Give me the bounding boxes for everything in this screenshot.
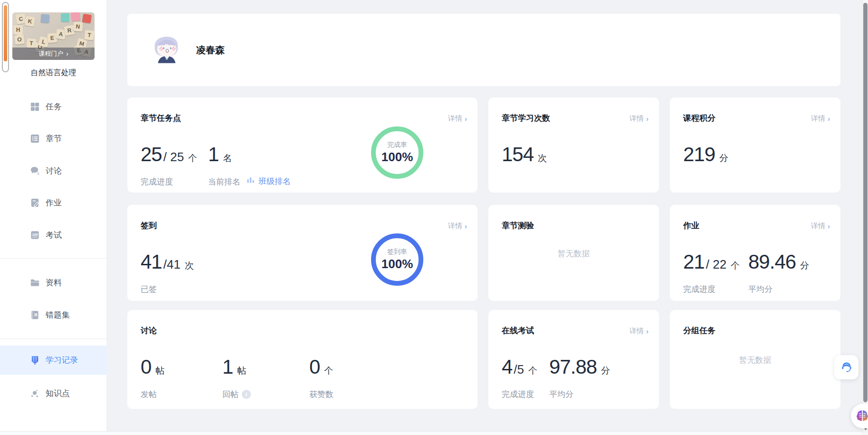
color-tile bbox=[71, 12, 80, 21]
chat-bubbles-icon bbox=[29, 165, 40, 176]
stat-sign-in: 41/41次 已签 bbox=[141, 251, 194, 295]
record-pen-icon bbox=[29, 355, 40, 366]
color-tile bbox=[61, 13, 69, 22]
card-sign-in: 签到 详情 › 41/41次 已签 签到率 100% bbox=[127, 205, 477, 301]
card-course-points: 课程积分 详情 › 219分 bbox=[670, 97, 840, 193]
sidebar-item-tasks[interactable]: 任务 bbox=[0, 95, 107, 118]
exam-score-icon: 100 bbox=[29, 230, 40, 241]
sidebar-item-exam[interactable]: 100 考试 bbox=[0, 223, 107, 246]
brain-icon bbox=[855, 409, 868, 423]
user-header-card: 凌春森 bbox=[127, 14, 840, 86]
stat-likes: 0个 获赞数 bbox=[309, 356, 334, 400]
sign-in-ring: 签到率 100% bbox=[371, 233, 423, 286]
card-title: 签到 bbox=[141, 220, 157, 231]
sidebar-item-chapters[interactable]: 章节 bbox=[0, 127, 107, 150]
sidebar-item-discussion[interactable]: 讨论 bbox=[0, 159, 107, 182]
empty-state: 暂无数据 bbox=[670, 355, 840, 366]
svg-text:100: 100 bbox=[32, 233, 38, 237]
chevron-right-icon: › bbox=[828, 115, 830, 123]
course-portal-banner[interactable]: CKHOTOLEARNMATE 课程门户 › bbox=[12, 12, 95, 60]
stat-homework-progress: 21/ 22个 完成进度 bbox=[683, 251, 740, 295]
sidebar-scrollbar-thumb[interactable] bbox=[4, 5, 7, 61]
card-title: 章节学习次数 bbox=[502, 113, 550, 124]
card-homework: 作业 详情 › 21/ 22个 完成进度 89.46分 平均分 bbox=[670, 205, 840, 301]
sidebar-item-materials[interactable]: 资料 bbox=[0, 271, 107, 294]
card-title: 章节测验 bbox=[502, 220, 534, 231]
chevron-right-icon: › bbox=[465, 115, 467, 123]
card-online-exam: 在线考试 详情 › 4/5个 完成进度 97.88分 平均分 bbox=[488, 310, 659, 409]
scrabble-tile: O bbox=[14, 34, 25, 45]
stat-course-points: 219分 bbox=[683, 143, 728, 166]
horizontal-scrollbar[interactable] bbox=[0, 431, 868, 435]
sidebar-divider bbox=[0, 258, 107, 259]
grid-icon bbox=[29, 101, 40, 112]
detail-link[interactable]: 详情 › bbox=[630, 114, 649, 123]
card-group-tasks: 分组任务 暂无数据 bbox=[670, 310, 840, 409]
ai-assistant-button[interactable] bbox=[851, 404, 868, 428]
chevron-right-icon: › bbox=[465, 222, 467, 230]
bar-chart-icon bbox=[246, 175, 255, 187]
card-chapter-quiz: 章节测验 暂无数据 bbox=[488, 205, 659, 301]
color-tile bbox=[40, 14, 50, 23]
class-rank-link[interactable]: 班级排名 bbox=[246, 175, 291, 187]
card-title: 讨论 bbox=[141, 325, 157, 336]
course-portal-label: 课程门户 bbox=[38, 49, 63, 58]
customer-service-button[interactable] bbox=[834, 355, 858, 379]
card-title: 作业 bbox=[683, 220, 699, 231]
card-title: 课程积分 bbox=[683, 113, 715, 124]
homework-pencil-icon bbox=[29, 197, 40, 208]
chevron-right-icon: › bbox=[828, 222, 830, 230]
sidebar: CKHOTOLEARNMATE 课程门户 › 自然语言处理 任务 章节 讨论 作… bbox=[0, 0, 107, 435]
card-title: 在线考试 bbox=[502, 325, 534, 336]
sidebar-item-knowledge-points[interactable]: 知识点 bbox=[0, 382, 107, 405]
stat-rank: 1名 当前排名 bbox=[208, 143, 240, 187]
scrabble-tile: N bbox=[73, 21, 83, 32]
sidebar-item-learning-record[interactable]: 学习记录 bbox=[0, 346, 107, 375]
info-icon[interactable]: i bbox=[242, 390, 251, 399]
sidebar-item-wrong-questions[interactable]: 错题集 bbox=[0, 303, 107, 326]
sidebar-scrollbar[interactable] bbox=[2, 2, 9, 72]
stat-study-count: 154次 bbox=[502, 143, 547, 166]
chevron-right-icon: › bbox=[66, 50, 68, 58]
detail-link[interactable]: 详情 › bbox=[811, 114, 830, 123]
stat-homework-average: 89.46分 平均分 bbox=[748, 251, 809, 295]
scrollbar-thumb[interactable] bbox=[863, 3, 868, 402]
course-portal-link[interactable]: 课程门户 › bbox=[12, 48, 95, 60]
card-study-count: 章节学习次数 详情 › 154次 bbox=[488, 97, 659, 193]
wrongbook-x-icon bbox=[29, 309, 40, 320]
headset-person-icon bbox=[839, 360, 854, 375]
sidebar-divider bbox=[0, 338, 107, 339]
stat-posts: 0帖 发帖 bbox=[141, 356, 164, 400]
scrabble-tile: T bbox=[84, 30, 95, 40]
empty-state: 暂无数据 bbox=[488, 248, 659, 259]
scrabble-tile: H bbox=[13, 25, 23, 35]
sidebar-item-homework[interactable]: 作业 bbox=[0, 191, 107, 214]
user-name: 凌春森 bbox=[196, 44, 225, 57]
stat-replies: 1帖 回帖 i bbox=[222, 356, 251, 400]
knowledge-nodes-icon bbox=[29, 388, 40, 399]
card-chapter-tasks: 章节任务点 详情 › 25/ 25个 完成进度 1名 当前排名 班级排名 完成率… bbox=[127, 97, 477, 193]
card-title: 分组任务 bbox=[683, 325, 715, 336]
card-discussion: 讨论 0帖 发帖 1帖 回帖 i 0个 获赞数 bbox=[127, 310, 477, 409]
detail-link[interactable]: 详情 › bbox=[448, 114, 467, 123]
detail-link[interactable]: 详情 › bbox=[630, 327, 649, 336]
scrabble-tile: K bbox=[25, 16, 36, 27]
folder-icon bbox=[29, 277, 40, 288]
chevron-right-icon: › bbox=[646, 115, 649, 123]
completion-ring: 完成率 100% bbox=[371, 126, 423, 179]
color-tile bbox=[82, 14, 92, 23]
stat-exam-progress: 4/5个 完成进度 bbox=[502, 356, 537, 400]
detail-link[interactable]: 详情 › bbox=[448, 222, 467, 231]
vertical-scrollbar[interactable] bbox=[862, 0, 868, 435]
stat-exam-average: 97.88分 平均分 bbox=[549, 356, 610, 400]
stat-progress: 25/ 25个 完成进度 bbox=[141, 143, 197, 187]
course-title: 自然语言处理 bbox=[0, 68, 107, 78]
detail-link[interactable]: 详情 › bbox=[811, 222, 830, 231]
chapter-list-icon bbox=[29, 133, 40, 144]
avatar bbox=[149, 32, 184, 68]
card-title: 章节任务点 bbox=[141, 113, 181, 124]
chevron-right-icon: › bbox=[646, 327, 649, 335]
